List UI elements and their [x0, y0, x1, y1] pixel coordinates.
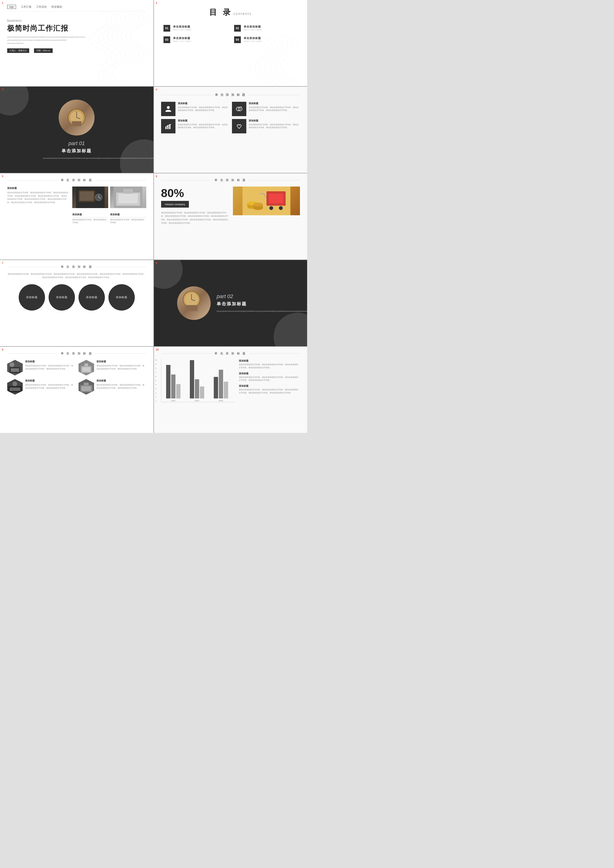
circle-3: 添加标题: [79, 284, 105, 311]
slide-4: 4 单 击 添 加 标 题 添加标题 在此添加您的文字内容，请在此添加您的文字内…: [154, 87, 307, 173]
bar-1a: [166, 365, 171, 398]
clock-image-2: [177, 286, 211, 320]
feature-card-3: 添加标题 在此添加您的文字内容，请在此添加您的文字内容，在此添加您的文字内容，请…: [161, 119, 229, 134]
hex-grid: 添加标题 请在此添加您的文字内容，请在此添加您的文字内容，请在此添加您的文字内容…: [7, 360, 146, 394]
slide7-text: 请在此添加您的文字内容，请在此添加您的文字内容，请在此添加您的文字内容，请在此添…: [7, 272, 146, 279]
svg-point-52: [12, 382, 17, 386]
slide5-right: 添加标题 请在此添加的文字内容；请在此添加的文字内容。 添加标题 请在此添加的文…: [72, 186, 146, 224]
part-title: 单击添加标题: [217, 301, 284, 307]
slide10-header: 单 击 添 加 标 题: [161, 351, 300, 356]
hex-title-1: 添加标题: [25, 360, 75, 363]
y-label-8: 8: [155, 367, 157, 369]
decorative-circle-tl: [0, 87, 29, 115]
bar-label-2: 类别2: [195, 400, 199, 402]
title-cn: 极简时尚工作汇报: [7, 23, 146, 33]
slide6-right: [233, 186, 300, 215]
header-line-left: [7, 353, 58, 354]
header-line-right: [95, 267, 146, 267]
sub-cards: 添加标题 请在此添加的文字内容；请在此添加的文字内容。 添加标题 请在此添加的文…: [72, 213, 146, 224]
feature-desc-3: 在此添加您的文字内容，请在此添加您的文字内容，在此添加您的文字内容，请在此添加您…: [178, 123, 229, 129]
nav-item-1: 工作汇报: [21, 5, 31, 9]
slide5-content: 添加标题 请在此添加您的文字内容，请在此添加您的文字内容，请在此添加您的文字内容…: [7, 186, 146, 224]
feature-icon-3: [161, 119, 175, 134]
main-desc: 请在此添加您的文字内容，请在此添加您的文字内容，请在此添加您的文字内容，请在此添…: [7, 191, 69, 204]
part-title: 单击添加标题: [43, 148, 110, 154]
hex-item-1: 添加标题 请在此添加您的文字内容，请在此添加您的文字内容，请在此添加您的文字内容…: [7, 360, 75, 376]
svg-rect-51: [9, 387, 20, 391]
svg-rect-55: [81, 386, 91, 391]
feature-icon-1: [161, 102, 175, 116]
header-line-right: [95, 353, 146, 354]
contents-title-1: 单击添加标题: [173, 25, 192, 28]
bar-chart: 10 9 8 7 6 5 4 3 2 1 0: [161, 359, 234, 402]
slide6-desc: 请在此添加您的文字内容，请在此添加您的文字内容，请在此添加您的文字内容，请在此添…: [161, 211, 228, 225]
mission-label: mission company: [161, 201, 189, 208]
header-line-left: [161, 180, 212, 180]
bar-2a: [190, 360, 194, 398]
feature-card-2: 添加标题 在此添加您的文字内容，请在此添加您的文字内容，请在此添加您的文字内容，…: [232, 102, 300, 116]
text-item-3: 添加标题 请在此添加您的文字内容，请在此添加您的文字内容，请在此添加您的文字内容…: [239, 384, 300, 394]
text-desc-3: 请在此添加您的文字内容，请在此添加您的文字内容，请在此添加您的文字内容。请此添加…: [239, 388, 300, 394]
part02-content: part 02 单击添加标题 pleaseaddaclearbusinesste…: [217, 293, 284, 313]
contents-sub-4: INPUT TEXT HERE: [244, 40, 262, 42]
svg-rect-4: [72, 121, 81, 126]
svg-rect-56: [84, 383, 88, 385]
percentage: 80%: [161, 186, 228, 200]
slide10-title: 单 击 添 加 标 题: [214, 351, 246, 356]
svg-point-44: [9, 362, 14, 367]
y-label-7: 7: [155, 372, 157, 373]
bar-group-3: 类别3: [210, 360, 232, 402]
svg-point-5: [167, 106, 170, 109]
hex-image-2: [79, 360, 94, 376]
y-label-2: 2: [155, 392, 157, 394]
slide-number-7: 7: [2, 261, 3, 264]
slide7-header: 单 击 添 加 标 题: [7, 265, 146, 269]
clock-image: [59, 99, 95, 135]
y-label-5: 5: [155, 380, 157, 382]
slide6-content: 80% mission company 请在此添加您的文字内容，请在此添加您的文…: [161, 186, 300, 225]
contents-title-2: 单击添加标题: [244, 25, 262, 28]
slide6-title: 单 击 添 加 标 题: [214, 178, 246, 182]
bar-label-3: 类别3: [219, 400, 223, 402]
title-en: buseness: [7, 19, 146, 23]
main-title: 添加标题: [7, 186, 69, 190]
feature-title-1: 添加标题: [178, 102, 229, 105]
slide5-header: 单 击 添 加 标 题: [7, 178, 146, 182]
contents-title-4: 单击添加标题: [244, 36, 262, 40]
slide-number-8: 8: [156, 261, 157, 264]
feature-desc-2: 在此添加您的文字内容，请在此添加您的文字内容，请在此添加您的文字内容，请在此添加…: [249, 106, 300, 112]
hex-item-4: 添加标题 请在此添加您的文字内容，请在此添加您的文字内容，请在此添加您的文字内容…: [79, 379, 146, 394]
feature-grid: 添加标题 在此添加您的文字内容，请在此添加您的文字内容，请在此添加您的文字内容，…: [161, 102, 300, 134]
contents-title-en: contents: [233, 12, 252, 16]
slide9-header: 单 击 添 加 标 题: [7, 351, 146, 356]
slide-number-2: 2: [156, 2, 157, 4]
contents-num-1: 01: [163, 25, 170, 32]
y-axis-labels: 10 9 8 7 6 5 4 3 2 1 0: [155, 359, 157, 402]
y-label-1: 1: [155, 396, 157, 398]
decorative-circle-br: [120, 139, 154, 173]
photo-2: [110, 186, 146, 208]
sub-desc-2: 请在此添加的文字内容；请在此添加的文字内容。: [110, 218, 146, 224]
contents-sub-2: INPUT TEXT HERE: [244, 29, 262, 31]
bar-1c: [176, 384, 180, 398]
slide10-content: 10 9 8 7 6 5 4 3 2 1 0: [161, 359, 300, 402]
slide5-title: 单 击 添 加 标 题: [61, 178, 93, 182]
logo: logo: [7, 5, 16, 9]
y-label-10: 10: [155, 359, 157, 361]
contents-sub-3: INPUT TEXT HERE: [173, 40, 192, 42]
circle-1: 添加标题: [19, 284, 45, 311]
text-items: 添加标题 请在此添加您的文字内容，请在此添加您的文字内容，请在此添加您的文字内容…: [239, 359, 300, 402]
reporter: 汇报人：道格办公: [7, 48, 29, 53]
text-title-2: 添加标题: [239, 372, 300, 375]
slide-5: 5 单 击 添 加 标 题 添加标题 请在此添加您的文字内容，请在此添加您的文字…: [0, 173, 154, 259]
y-label-6: 6: [155, 376, 157, 377]
svg-line-9: [241, 107, 242, 107]
svg-rect-43: [11, 368, 19, 372]
sub-card-1: 添加标题 请在此添加的文字内容；请在此添加的文字内容。: [72, 213, 108, 224]
hex-desc-1: 请在此添加您的文字内容，请在此添加您的文字内容，请在此添加您的文字内容，请此添加…: [25, 365, 75, 371]
slide9-title: 单 击 添 加 标 题: [61, 351, 93, 356]
hex-desc-3: 请在此添加您的文字内容，请在此添加您的文字内容，请在此添加您的文字内容，请此添加…: [25, 384, 75, 390]
hex-image-3: [7, 379, 23, 394]
hex-image-1: [7, 360, 23, 376]
feature-desc-4: 在此添加您的文字内容，请在此添加您的文字内容，请在此添加您的文字内容，请在此添加…: [249, 123, 300, 129]
